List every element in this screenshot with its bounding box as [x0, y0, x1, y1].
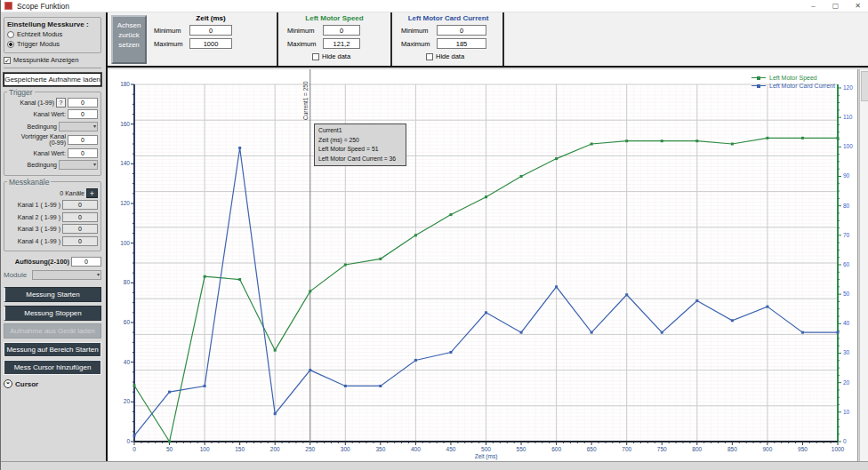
- svg-text:10: 10: [843, 409, 850, 415]
- zeit-min-label: Minimum: [154, 27, 186, 35]
- toolbar-separator2: [390, 12, 392, 66]
- aufloesung-label: Auflösung(2-100): [4, 258, 69, 266]
- kanal2-input[interactable]: [62, 212, 98, 222]
- title-bar: Scope Funktion – ▢ ✕: [1, 0, 868, 12]
- trigger-kanal-label: Kanal (1-99): [7, 100, 54, 106]
- svg-text:120: 120: [120, 200, 130, 206]
- vortrigger-label: Vortrigger Kanal(0-99): [7, 133, 66, 146]
- sidebar: Einstellung Messkurve : Echtzeit Modus T…: [1, 12, 106, 461]
- einstellung-title: Einstellung Messkurve :: [7, 20, 98, 28]
- current-hide-data-row[interactable]: Hide data: [426, 52, 501, 60]
- close-button[interactable]: ✕: [847, 0, 868, 12]
- trigger-kanal-input[interactable]: [68, 98, 98, 108]
- legend-current-swatch: [751, 85, 766, 86]
- start-measurement-button[interactable]: Messung Starten: [4, 287, 101, 302]
- legend-speed-label: Left Motor Speed: [769, 75, 817, 81]
- aufloesung-input[interactable]: [71, 257, 101, 267]
- svg-text:120: 120: [843, 84, 853, 91]
- tooltip-cursor-name: Current1: [318, 126, 402, 136]
- reset-axes-button[interactable]: Achsen zurück setzen: [111, 15, 147, 64]
- current-axis-section: Left Motor Card Current Minimum Maximum …: [396, 14, 501, 66]
- bedingung2-label: Bedingung: [7, 162, 57, 168]
- svg-text:80: 80: [843, 203, 850, 209]
- zeit-min-input[interactable]: [189, 25, 232, 36]
- current-max-input[interactable]: [437, 38, 486, 49]
- module-dropdown[interactable]: [32, 270, 101, 280]
- kanal-count-label: 0 Kanäle: [7, 190, 84, 196]
- toolbar-separator: [277, 12, 278, 66]
- radio-icon[interactable]: [7, 31, 14, 38]
- svg-text:0: 0: [843, 438, 847, 444]
- svg-text:100: 100: [200, 446, 210, 452]
- legend-item-speed[interactable]: Left Motor Speed: [751, 74, 835, 82]
- minimize-button[interactable]: –: [802, 0, 824, 12]
- bedingung-dropdown[interactable]: [59, 122, 98, 131]
- checkbox-icon[interactable]: [312, 53, 319, 60]
- svg-text:0: 0: [133, 446, 136, 452]
- zeit-max-input[interactable]: [189, 38, 232, 49]
- trigger-group-title: Trigger: [7, 88, 35, 97]
- messpunkte-checkbox-row[interactable]: Messpunkte Anzeigen: [4, 56, 101, 64]
- scrollbar-thumb[interactable]: [861, 71, 868, 101]
- bedingung2-dropdown[interactable]: [59, 160, 98, 170]
- help-button[interactable]: ?: [56, 98, 66, 108]
- tooltip-current-value: Left Motor Card Current = 36: [318, 155, 402, 164]
- speed-max-label: Maximum: [287, 40, 319, 48]
- svg-text:60: 60: [843, 261, 850, 267]
- maximize-button[interactable]: ▢: [824, 0, 847, 12]
- svg-text:250: 250: [305, 446, 315, 452]
- svg-text:200: 200: [270, 446, 280, 452]
- app-icon: [4, 2, 12, 10]
- radio-echtzeit-modus[interactable]: Echtzeit Modus: [7, 30, 98, 38]
- svg-text:700: 700: [622, 446, 631, 452]
- svg-text:400: 400: [411, 446, 421, 452]
- svg-text:650: 650: [587, 446, 597, 452]
- svg-text:60: 60: [124, 319, 131, 325]
- messpunkte-label: Messpunkte Anzeigen: [13, 56, 78, 64]
- speed-section-title: Left Motor Speed: [282, 14, 387, 22]
- kanal2-label: Kanal 2 ( 1-99 ): [7, 214, 60, 220]
- trigger-wert2-label: Kanal Wert:: [7, 150, 66, 156]
- vortrigger-input[interactable]: [68, 135, 98, 145]
- legend-current-label: Left Motor Card Current: [769, 83, 835, 89]
- speed-hide-data-row[interactable]: Hide data: [312, 52, 387, 60]
- add-cursor-button[interactable]: Mess Cursor hinzufügen: [4, 360, 101, 375]
- radio-selected-icon[interactable]: [7, 41, 14, 48]
- add-kanal-button[interactable]: +: [86, 188, 98, 198]
- trigger-wert2-input[interactable]: [68, 148, 98, 158]
- checkbox-checked-icon[interactable]: [4, 57, 11, 64]
- stop-measurement-button[interactable]: Messung Stoppen: [4, 306, 101, 321]
- svg-text:50: 50: [166, 446, 173, 452]
- zeit-max-label: Maximum: [154, 40, 186, 48]
- svg-text:750: 750: [657, 446, 667, 452]
- speed-min-input[interactable]: [323, 25, 360, 36]
- tooltip-speed-value: Left Motor Speed = 51: [318, 145, 402, 155]
- chart-scrollbar[interactable]: [859, 69, 868, 461]
- legend-speed-swatch: [751, 77, 766, 78]
- divider: [4, 68, 101, 68]
- window-title: Scope Funktion: [17, 2, 69, 11]
- current-min-input[interactable]: [437, 25, 486, 36]
- speed-max-input[interactable]: [323, 38, 360, 49]
- trigger-wert-input[interactable]: [68, 109, 98, 119]
- load-from-device-button: Aufnahme aus Gerät laden: [4, 323, 101, 339]
- cursor-expander-label: Cursor: [15, 380, 38, 388]
- svg-text:80: 80: [124, 279, 131, 285]
- svg-text:50: 50: [843, 291, 850, 297]
- radio-echtzeit-label: Echtzeit Modus: [17, 30, 62, 38]
- chart-plot[interactable]: 0501001502002503003504004505005506006507…: [108, 69, 858, 461]
- kanal1-input[interactable]: [62, 200, 98, 210]
- svg-text:20: 20: [124, 398, 131, 404]
- svg-text:Zeit (ms): Zeit (ms): [475, 453, 498, 460]
- kanal3-input[interactable]: [62, 224, 98, 234]
- load-recording-button[interactable]: Gespeicherte Aufnahme laden: [4, 73, 101, 86]
- checkbox-icon[interactable]: [426, 53, 433, 60]
- measure-range-button[interactable]: Messung auf Bereich Starten: [4, 342, 101, 357]
- chevron-down-icon[interactable]: [4, 379, 12, 388]
- kanal4-input[interactable]: [62, 236, 98, 246]
- current-min-label: Minimum: [401, 27, 433, 35]
- cursor-expander[interactable]: Cursor: [4, 379, 101, 388]
- legend-item-current[interactable]: Left Motor Card Current: [751, 82, 835, 90]
- radio-trigger-modus[interactable]: Trigger Modus: [7, 40, 98, 48]
- svg-text:140: 140: [120, 160, 130, 166]
